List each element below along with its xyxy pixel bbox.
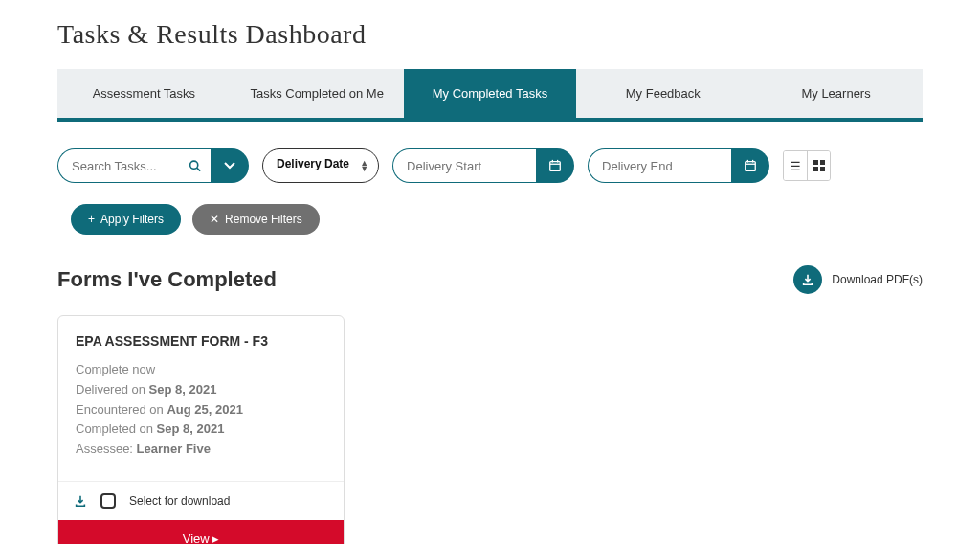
select-for-download-label: Select for download	[129, 494, 230, 508]
delivery-start-group	[392, 148, 574, 183]
select-arrows-icon: ▲▼	[360, 160, 368, 171]
view-grid-button[interactable]	[807, 151, 830, 180]
delivery-date-label: Delivery Date	[277, 157, 349, 170]
search-input[interactable]	[57, 148, 211, 183]
remove-filters-label: Remove Filters	[225, 213, 302, 226]
tab-my-learners[interactable]: My Learners	[749, 69, 923, 118]
remove-filters-button[interactable]: ✕ Remove Filters	[192, 204, 320, 235]
tab-assessment-tasks[interactable]: Assessment Tasks	[57, 69, 231, 118]
card-encountered: Encountered on Aug 25, 2021	[76, 400, 326, 420]
svg-rect-13	[820, 167, 825, 171]
delivery-start-input[interactable]	[392, 148, 536, 183]
card-completed: Completed on Sep 8, 2021	[76, 419, 326, 440]
view-list-button[interactable]: ☰	[784, 151, 807, 180]
tab-bar: Assessment Tasks Tasks Completed on Me M…	[57, 69, 923, 122]
delivery-end-calendar-button[interactable]	[731, 148, 769, 183]
page-title: Tasks & Results Dashboard	[57, 19, 923, 50]
calendar-icon	[744, 159, 757, 172]
svg-rect-11	[820, 160, 825, 165]
svg-point-0	[190, 161, 198, 169]
filters-row: Delivery Date ▲▼ ☰	[57, 148, 923, 183]
svg-rect-10	[813, 160, 818, 165]
tab-my-feedback[interactable]: My Feedback	[576, 69, 749, 118]
card-footer: Select for download	[58, 481, 344, 520]
section-title: Forms I've Completed	[57, 267, 277, 292]
card-delivered: Delivered on Sep 8, 2021	[76, 380, 326, 400]
grid-icon	[813, 160, 825, 171]
view-toggle: ☰	[783, 150, 831, 181]
delivery-start-calendar-button[interactable]	[536, 148, 574, 183]
svg-rect-6	[746, 162, 756, 171]
view-button[interactable]: View ▸	[58, 520, 344, 544]
search-group	[57, 148, 249, 183]
list-icon: ☰	[790, 159, 801, 173]
card-status: Complete now	[76, 360, 326, 380]
search-icon	[189, 160, 201, 172]
download-icon[interactable]	[74, 494, 87, 508]
card-body: EPA ASSESSMENT FORM - F3 Complete now De…	[58, 316, 344, 481]
svg-rect-2	[550, 162, 561, 171]
tab-my-completed-tasks[interactable]: My Completed Tasks	[404, 69, 577, 118]
download-pdfs-label: Download PDF(s)	[832, 273, 923, 286]
svg-rect-12	[813, 167, 818, 171]
card-assessee: Assessee: Learner Five	[76, 440, 326, 460]
form-card: EPA ASSESSMENT FORM - F3 Complete now De…	[57, 315, 345, 544]
filter-actions-row: + Apply Filters ✕ Remove Filters	[57, 204, 923, 235]
plus-icon: +	[88, 213, 95, 226]
calendar-icon	[548, 159, 562, 172]
delivery-end-group	[588, 148, 769, 183]
tab-tasks-completed-on-me[interactable]: Tasks Completed on Me	[231, 69, 404, 118]
search-dropdown-button[interactable]	[211, 148, 249, 183]
close-icon: ✕	[210, 213, 219, 226]
select-for-download-checkbox[interactable]	[100, 493, 116, 509]
download-icon	[793, 265, 822, 294]
apply-filters-label: Apply Filters	[100, 213, 164, 226]
delivery-end-input[interactable]	[588, 148, 731, 183]
section-header: Forms I've Completed Download PDF(s)	[57, 265, 923, 294]
delivery-date-select[interactable]: Delivery Date ▲▼	[262, 148, 379, 183]
download-pdfs-button[interactable]: Download PDF(s)	[793, 265, 923, 294]
apply-filters-button[interactable]: + Apply Filters	[71, 204, 181, 235]
card-title: EPA ASSESSMENT FORM - F3	[76, 333, 326, 349]
svg-line-1	[197, 168, 200, 170]
